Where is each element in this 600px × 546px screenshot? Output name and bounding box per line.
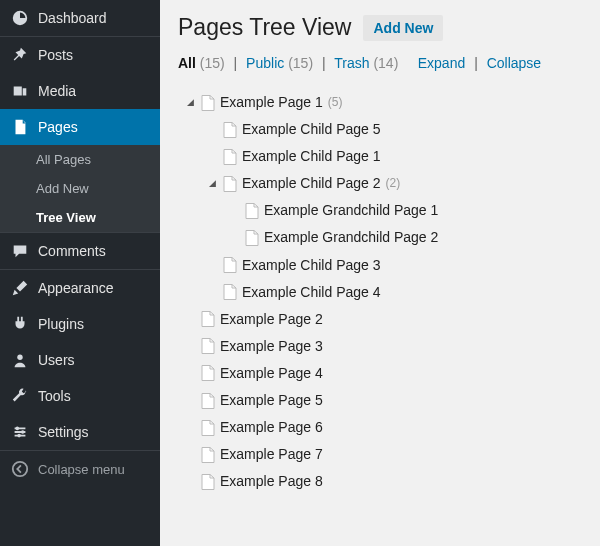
filter-bar: All (15) | Public (15) | Trash (14) Expa… <box>178 55 582 71</box>
page-icon <box>223 257 237 273</box>
collapse-all[interactable]: Collapse <box>487 55 541 71</box>
tree-node-label[interactable]: Example Page 4 <box>220 362 323 385</box>
filter-trash-count: (14) <box>373 55 398 71</box>
tree-node[interactable]: ▸Example Grandchild Page 1 <box>228 197 582 224</box>
tree-node[interactable]: ▸Example Page 2 <box>184 306 582 333</box>
page-icon <box>201 365 215 381</box>
page-icon <box>201 311 215 327</box>
menu-dashboard[interactable]: Dashboard <box>0 0 160 36</box>
tree-node-count: (5) <box>328 93 343 113</box>
page-icon <box>201 474 215 490</box>
tree-node[interactable]: ▸Example Page 8 <box>184 468 582 495</box>
tree-node[interactable]: ▸Example Child Page 1 <box>206 143 582 170</box>
tree-node-label[interactable]: Example Page 2 <box>220 308 323 331</box>
tree-node[interactable]: ▸Example Child Page 4 <box>206 279 582 306</box>
main-content: Pages Tree View Add New All (15) | Publi… <box>160 0 600 546</box>
menu-users[interactable]: Users <box>0 342 160 378</box>
dashboard-icon <box>10 8 30 28</box>
add-new-button[interactable]: Add New <box>363 15 443 41</box>
tree-node-label[interactable]: Example Child Page 2 <box>242 172 381 195</box>
wrench-icon <box>10 386 30 406</box>
tree-node[interactable]: ▸Example Child Page 5 <box>206 116 582 143</box>
menu-comments[interactable]: Comments <box>0 232 160 269</box>
filter-public[interactable]: Public <box>246 55 284 71</box>
page-icon <box>223 149 237 165</box>
tree-node[interactable]: ▸Example Page 6 <box>184 414 582 441</box>
page-icon <box>201 393 215 409</box>
tree-node[interactable]: ▸Example Page 3 <box>184 333 582 360</box>
tree-node[interactable]: ▸Example Page 4 <box>184 360 582 387</box>
tree-toggle-icon[interactable]: ◢ <box>184 97 196 109</box>
tree-node[interactable]: ◢Example Page 1(5) <box>184 89 582 116</box>
page-title: Pages Tree View <box>178 14 351 41</box>
pin-icon <box>10 45 30 65</box>
menu-label: Comments <box>38 243 106 259</box>
page-icon <box>201 420 215 436</box>
menu-label: Posts <box>38 47 73 63</box>
submenu-tree-view[interactable]: Tree View <box>0 203 160 232</box>
tree-node-label[interactable]: Example Child Page 5 <box>242 118 381 141</box>
tree-node-label[interactable]: Example Page 3 <box>220 335 323 358</box>
menu-settings[interactable]: Settings <box>0 414 160 450</box>
page-icon <box>201 338 215 354</box>
settings-icon <box>10 422 30 442</box>
tree-node-label[interactable]: Example Grandchild Page 1 <box>264 199 438 222</box>
tree-node[interactable]: ▸Example Grandchild Page 2 <box>228 224 582 251</box>
page-icon <box>201 95 215 111</box>
tree-node[interactable]: ▸Example Page 7 <box>184 441 582 468</box>
page-icon <box>245 230 259 246</box>
menu-label: Media <box>38 83 76 99</box>
menu-plugins[interactable]: Plugins <box>0 306 160 342</box>
submenu-add-new[interactable]: Add New <box>0 174 160 203</box>
tree-node-label[interactable]: Example Page 8 <box>220 470 323 493</box>
tree-node[interactable]: ▸Example Child Page 3 <box>206 252 582 279</box>
tree-node[interactable]: ▸Example Page 5 <box>184 387 582 414</box>
filter-trash[interactable]: Trash <box>334 55 369 71</box>
submenu-all-pages[interactable]: All Pages <box>0 145 160 174</box>
page-icon <box>201 447 215 463</box>
menu-posts[interactable]: Posts <box>0 36 160 73</box>
plug-icon <box>10 314 30 334</box>
tree-node-label[interactable]: Example Page 6 <box>220 416 323 439</box>
tree-node[interactable]: ◢Example Child Page 2(2) <box>206 170 582 197</box>
page-icon <box>223 176 237 192</box>
collapse-icon <box>10 459 30 479</box>
menu-pages[interactable]: Pages <box>0 109 160 145</box>
tree-node-label[interactable]: Example Page 5 <box>220 389 323 412</box>
comment-icon <box>10 241 30 261</box>
menu-label: Dashboard <box>38 10 107 26</box>
tree-node-label[interactable]: Example Page 1 <box>220 91 323 114</box>
collapse-label: Collapse menu <box>38 462 125 477</box>
filter-all-count: (15) <box>200 55 225 71</box>
menu-label: Pages <box>38 119 78 135</box>
tree-node-label[interactable]: Example Grandchild Page 2 <box>264 226 438 249</box>
filter-public-count: (15) <box>288 55 313 71</box>
tree-node-count: (2) <box>386 174 401 194</box>
tree-toggle-icon[interactable]: ◢ <box>206 178 218 190</box>
pages-tree: ◢Example Page 1(5)▸Example Child Page 5▸… <box>178 89 582 495</box>
page-icon <box>223 122 237 138</box>
admin-sidebar: Dashboard Posts Media Pages All Pages Ad… <box>0 0 160 546</box>
collapse-menu[interactable]: Collapse menu <box>0 450 160 487</box>
tree-node-label[interactable]: Example Page 7 <box>220 443 323 466</box>
expand-all[interactable]: Expand <box>418 55 465 71</box>
tree-node-label[interactable]: Example Child Page 3 <box>242 254 381 277</box>
filter-all[interactable]: All <box>178 55 196 71</box>
media-icon <box>10 81 30 101</box>
tree-node-label[interactable]: Example Child Page 4 <box>242 281 381 304</box>
menu-media[interactable]: Media <box>0 73 160 109</box>
page-icon <box>223 284 237 300</box>
brush-icon <box>10 278 30 298</box>
pages-icon <box>10 117 30 137</box>
page-icon <box>245 203 259 219</box>
menu-label: Tools <box>38 388 71 404</box>
menu-tools[interactable]: Tools <box>0 378 160 414</box>
tree-node-label[interactable]: Example Child Page 1 <box>242 145 381 168</box>
menu-label: Appearance <box>38 280 114 296</box>
menu-label: Plugins <box>38 316 84 332</box>
pages-submenu: All Pages Add New Tree View <box>0 145 160 232</box>
menu-label: Settings <box>38 424 89 440</box>
menu-label: Users <box>38 352 75 368</box>
user-icon <box>10 350 30 370</box>
menu-appearance[interactable]: Appearance <box>0 269 160 306</box>
